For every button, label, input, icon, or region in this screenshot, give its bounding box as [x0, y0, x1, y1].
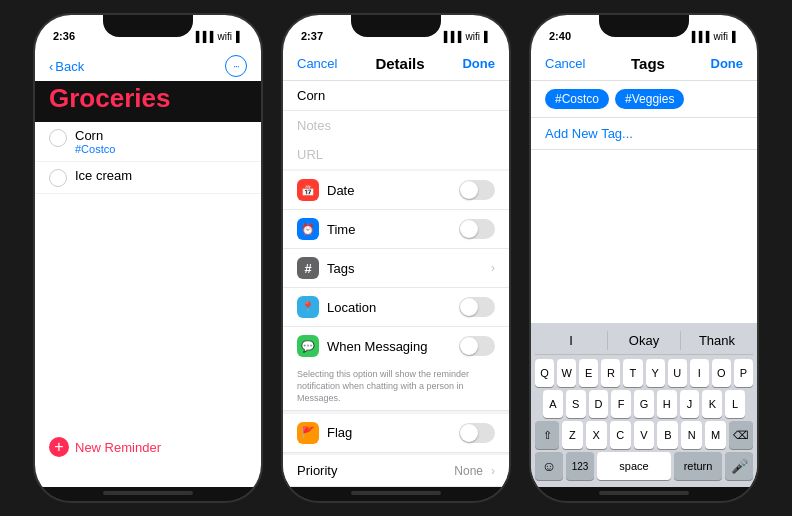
notch-2 [351, 15, 441, 37]
battery-icon: ▌ [236, 31, 243, 42]
more-button[interactable]: ··· [225, 55, 247, 77]
emoji-key[interactable]: ☺ [535, 452, 563, 480]
reminder-text: Corn [75, 128, 115, 143]
tags-done-button[interactable]: Done [711, 56, 744, 71]
date-row[interactable]: 📅 Date [283, 171, 509, 210]
reminder-item-icecream[interactable]: Ice cream [35, 162, 261, 194]
back-button[interactable]: ‹ Back [49, 59, 84, 74]
chevron-right-icon: › [491, 261, 495, 275]
key-m[interactable]: M [705, 421, 726, 449]
signal-icon: ▐▐▐ [192, 31, 213, 42]
key-c[interactable]: C [610, 421, 631, 449]
flag-toggle[interactable] [459, 423, 495, 443]
key-j[interactable]: J [680, 390, 700, 418]
notes-input[interactable]: Notes [283, 111, 509, 140]
clock-icon: ⏰ [301, 223, 315, 236]
key-x[interactable]: X [586, 421, 607, 449]
key-s[interactable]: S [566, 390, 586, 418]
key-g[interactable]: G [634, 390, 654, 418]
return-key[interactable]: return [674, 452, 722, 480]
tags-nav: Cancel Tags Done [531, 51, 757, 80]
tag-costco[interactable]: #Costco [545, 89, 609, 109]
num-key[interactable]: 123 [566, 452, 594, 480]
key-a[interactable]: A [543, 390, 563, 418]
calendar-icon: 📅 [301, 184, 315, 197]
reminder-tag[interactable]: #Costco [75, 143, 115, 155]
location-row[interactable]: 📍 Location [283, 288, 509, 327]
key-e[interactable]: E [579, 359, 598, 387]
back-chevron-icon: ‹ [49, 59, 53, 74]
key-n[interactable]: N [681, 421, 702, 449]
key-w[interactable]: W [557, 359, 576, 387]
status-time-1: 2:36 [53, 30, 75, 42]
key-o[interactable]: O [712, 359, 731, 387]
keyboard: I Okay Thank Q W E R T Y U I O P A [531, 323, 757, 487]
tags-row[interactable]: # Tags › [283, 249, 509, 288]
kb-suggestion-1[interactable]: Okay [608, 331, 681, 350]
text-inputs: Corn Notes URL [283, 80, 509, 169]
url-input[interactable]: URL [283, 140, 509, 169]
key-y[interactable]: Y [646, 359, 665, 387]
location-toggle[interactable] [459, 297, 495, 317]
key-z[interactable]: Z [562, 421, 583, 449]
flag-sym-icon: 🚩 [301, 426, 315, 439]
title-input[interactable]: Corn [283, 81, 509, 111]
key-f[interactable]: F [611, 390, 631, 418]
kb-suggestions: I Okay Thank [535, 327, 753, 355]
status-icons-2: ▐▐▐ wifi ▌ [440, 31, 491, 42]
time-toggle[interactable] [459, 219, 495, 239]
kb-suggestion-0[interactable]: I [535, 331, 608, 350]
priority-row[interactable]: Priority None › [283, 455, 509, 487]
kb-suggestion-2[interactable]: Thank [681, 331, 753, 350]
time-icon: ⏰ [297, 218, 319, 240]
status-time-3: 2:40 [549, 30, 571, 42]
key-v[interactable]: V [634, 421, 655, 449]
cancel-button[interactable]: Cancel [297, 56, 337, 71]
done-button[interactable]: Done [462, 56, 495, 71]
phone-1: 2:36 ▐▐▐ wifi ▌ ‹ Back ··· Groceries Cor… [33, 13, 263, 503]
key-q[interactable]: Q [535, 359, 554, 387]
mic-key[interactable]: 🎤 [725, 452, 753, 480]
check-circle[interactable] [49, 169, 67, 187]
key-t[interactable]: T [623, 359, 642, 387]
flag-row[interactable]: 🚩 Flag [283, 414, 509, 453]
kb-row-1: Q W E R T Y U I O P [535, 359, 753, 387]
key-b[interactable]: B [657, 421, 678, 449]
tags-area: #Costco #Veggies [531, 80, 757, 118]
tag-input-placeholder: Add New Tag... [545, 126, 633, 141]
tags-cancel-button[interactable]: Cancel [545, 56, 585, 71]
shift-key[interactable]: ⇧ [535, 421, 559, 449]
new-reminder-button[interactable]: + New Reminder [35, 427, 261, 467]
key-l[interactable]: L [725, 390, 745, 418]
key-u[interactable]: U [668, 359, 687, 387]
time-row[interactable]: ⏰ Time [283, 210, 509, 249]
key-p[interactable]: P [734, 359, 753, 387]
wifi-icon: wifi [217, 31, 231, 42]
flag-label: Flag [327, 425, 451, 440]
messaging-toggle[interactable] [459, 336, 495, 356]
messaging-label: When Messaging [327, 339, 451, 354]
date-icon: 📅 [297, 179, 319, 201]
nav-title: Details [375, 55, 424, 72]
messaging-row[interactable]: 💬 When Messaging [283, 327, 509, 365]
key-r[interactable]: R [601, 359, 620, 387]
tag-veggies[interactable]: #Veggies [615, 89, 684, 109]
space-key[interactable]: space [597, 452, 671, 480]
priority-value: None [454, 464, 483, 478]
reminder-text: Ice cream [75, 168, 132, 183]
notch-3 [599, 15, 689, 37]
tag-input[interactable]: Add New Tag... [531, 118, 757, 150]
reminder-item-corn[interactable]: Corn #Costco [35, 122, 261, 162]
key-k[interactable]: K [702, 390, 722, 418]
signal-icon: ▐▐▐ [440, 31, 461, 42]
key-i[interactable]: I [690, 359, 709, 387]
date-toggle[interactable] [459, 180, 495, 200]
phone-3: 2:40 ▐▐▐ wifi ▌ Cancel Tags Done #Costco… [529, 13, 759, 503]
battery-icon: ▌ [484, 31, 491, 42]
kb-row-4: ☺ 123 space return 🎤 [535, 452, 753, 480]
key-d[interactable]: D [589, 390, 609, 418]
wifi-icon: wifi [465, 31, 479, 42]
key-h[interactable]: H [657, 390, 677, 418]
delete-key[interactable]: ⌫ [729, 421, 753, 449]
check-circle[interactable] [49, 129, 67, 147]
